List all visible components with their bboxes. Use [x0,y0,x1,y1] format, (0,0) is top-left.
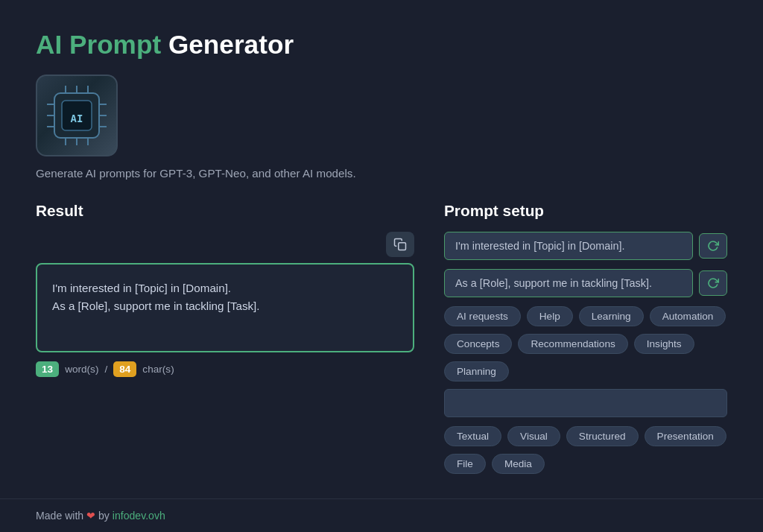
tag-concepts[interactable]: Concepts [444,334,512,354]
tag-insights[interactable]: Insights [634,334,694,354]
search-input[interactable] [444,389,727,417]
result-line2: As a [Role], support me in tackling [Tas… [52,297,398,315]
tag-learning[interactable]: Learning [579,306,644,326]
stats-row: 13 word(s) / 84 char(s) [36,361,414,377]
footer-made-with: Made with [36,510,83,522]
tag-visual[interactable]: Visual [507,426,560,446]
prompt-input-2[interactable] [444,269,693,297]
result-title: Result [36,202,414,220]
refresh-button-1[interactable] [699,233,727,259]
tag-textual[interactable]: Textual [444,426,501,446]
main-content: Result I'm interested in [Topic] in [Dom… [36,202,727,481]
result-line1: I'm interested in [Topic] in [Domain]. [52,279,398,297]
tag-planning[interactable]: Planning [444,361,509,381]
tag-file[interactable]: File [444,454,486,474]
prompt-row-2 [444,269,727,297]
copy-button-container [36,232,414,257]
tag-media[interactable]: Media [492,454,545,474]
logo-image: AI [36,75,118,156]
result-box: I'm interested in [Topic] in [Domain]. A… [36,263,414,352]
stat-divider: / [104,364,107,375]
footer-link[interactable]: infodev.ovh [113,510,165,522]
subtitle: Generate AI prompts for GPT-3, GPT-Neo, … [36,167,727,180]
words-badge: 13 [36,361,59,377]
result-section: Result I'm interested in [Topic] in [Dom… [36,202,414,377]
search-input-container [444,389,727,417]
prompt-input-1[interactable] [444,232,693,260]
svg-rect-15 [399,243,406,250]
page-container: AI Prompt Generator [0,0,763,504]
title-ai-prompt: AI Prompt [36,30,161,59]
copy-icon [393,238,407,251]
refresh-icon-2 [707,277,719,289]
refresh-button-2[interactable] [699,270,727,296]
tags-row-3: Planning [444,361,727,381]
page-title: AI Prompt Generator [36,30,727,60]
tag-recommendations[interactable]: Recommendations [518,334,627,354]
tags-row-5: File Media [444,454,727,474]
tag-presentation[interactable]: Presentation [645,426,726,446]
tags-row-2: Concepts Recommendations Insights [444,334,727,354]
footer-by: by [98,510,110,522]
words-label: word(s) [65,364,98,375]
refresh-icon-1 [707,240,719,252]
footer: Made with ❤ by infodev.ovh [0,498,763,532]
prompt-setup-section: Prompt setup [444,202,727,481]
heart-icon: ❤ [86,510,98,522]
tags-row-1: AI requests Help Learning Automation [444,306,727,326]
tag-structured[interactable]: Structured [566,426,639,446]
title-generator: Generator [168,30,294,59]
svg-text:AI: AI [71,113,83,124]
tag-help[interactable]: Help [527,306,573,326]
tag-automation[interactable]: Automation [650,306,726,326]
prompt-row-1 [444,232,727,260]
prompt-setup-title: Prompt setup [444,202,727,220]
copy-button[interactable] [386,232,414,257]
logo-inner: AI [36,75,118,156]
chars-label: char(s) [142,364,174,375]
chars-badge: 84 [113,361,136,377]
logo-svg: AI [43,82,110,149]
tag-ai-requests[interactable]: AI requests [444,306,521,326]
tags-row-4: Textual Visual Structured Presentation [444,426,727,446]
